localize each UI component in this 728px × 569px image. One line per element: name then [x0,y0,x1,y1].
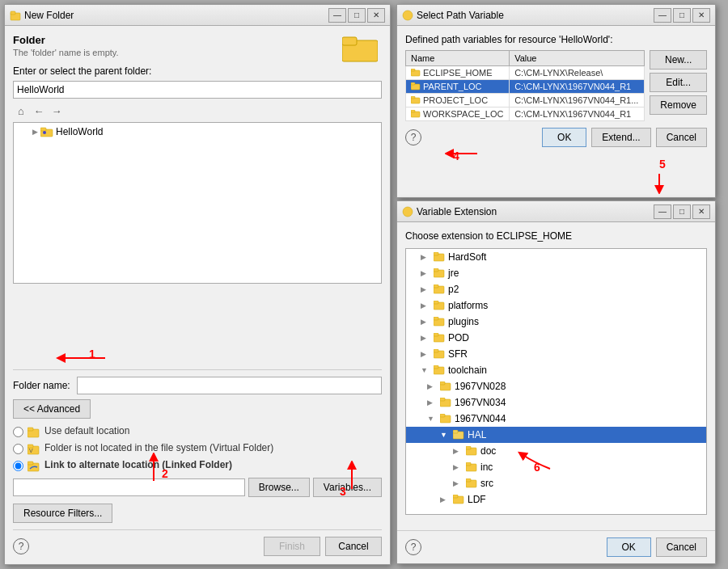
tree-item-ldf[interactable]: ▶ LDF [406,491,706,508]
tree-item-doc[interactable]: ▶ doc [406,443,706,459]
table-row[interactable]: WORKSPACE_LOC C:\CM-LYNX\1967VN044_R1 [406,107,645,121]
svg-rect-22 [411,110,415,112]
var-ext-maximize-btn[interactable]: □ [673,204,691,219]
folder-icon-toolchain [434,365,445,375]
folder-icon-r2: V [28,444,40,455]
new-folder-help-icon[interactable]: ? [13,538,29,554]
tree-item-p2[interactable]: ▶ p2 [406,281,706,297]
table-row[interactable]: ECLIPSE_HOME C:\CM-LYNX\Release\ [406,66,645,80]
table-header-value: Value [510,51,645,66]
back-btn[interactable]: ← [31,103,47,119]
radio-linked-label: Link to alternate location (Linked Folde… [44,459,232,470]
svg-rect-29 [434,284,438,288]
select-path-maximize-btn[interactable]: □ [673,8,691,23]
svg-rect-41 [440,381,445,385]
select-path-header: Defined path variables for resource 'Hel… [405,34,707,45]
tree-expand-helloworld[interactable]: ▶ [32,128,38,136]
radio-virtual-folder: V Folder is not located in the file syst… [13,442,382,456]
svg-rect-31 [434,301,438,304]
browse-btn[interactable]: Browse... [248,478,310,497]
svg-rect-20 [411,96,415,99]
finish-btn[interactable]: Finish [264,537,320,556]
tree-label-hal: HAL [468,429,486,440]
svg-rect-25 [434,252,438,255]
folder-icon-src [466,478,477,488]
radio-linked-folder: Link to alternate location (Linked Folde… [13,459,382,473]
tree-label-p2: p2 [448,284,459,295]
tree-item-pod[interactable]: ▶ POD [406,330,706,346]
svg-rect-5 [40,128,46,131]
tree-label-ldf: LDF [468,494,486,505]
tree-item-helloworld-label: HelloWorld [56,126,103,137]
radio-virtual-location-input[interactable] [13,444,23,454]
var-ext-minimize-btn[interactable]: — [654,204,671,219]
table-cell-name: WORKSPACE_LOC [406,107,510,121]
folder-icon-platforms [434,301,445,310]
folder-icon-hardsoft [434,252,445,262]
parent-folder-input[interactable] [13,81,382,99]
folder-icon-jre [434,268,445,278]
var-ext-help-icon[interactable]: ? [405,539,421,555]
tree-item-jre[interactable]: ▶ jre [406,265,706,281]
radio-linked-location-input[interactable] [13,461,23,471]
radio-virtual-label: Folder is not located in the file system… [44,442,273,453]
extend-btn[interactable]: Extend... [591,128,650,147]
table-cell-name: PARENT_LOC [406,80,510,94]
remove-variable-btn[interactable]: Remove [650,95,707,115]
select-path-close-btn[interactable]: ✕ [692,8,710,23]
location-input[interactable] [13,478,245,496]
folder-icon-hal [453,430,464,440]
select-path-cancel-btn[interactable]: Cancel [656,128,707,147]
tree-item-1967vn028[interactable]: ▶ 1967VN028 [406,378,706,394]
radio-default-location-input[interactable] [13,427,23,437]
tree-item-hal[interactable]: ▼ HAL [406,427,706,443]
folder-icon-large [342,34,378,65]
new-variable-btn[interactable]: New... [650,50,707,70]
new-folder-title: New Folder [24,10,74,21]
tree-item-hardsoft[interactable]: ▶ HardSoft [406,249,706,265]
variable-extension-titlebar: Variable Extension — □ ✕ [397,201,715,222]
table-row[interactable]: PARENT_LOC C:\CM-LYNX\1967VN044_R1 [406,80,645,94]
svg-rect-16 [411,69,415,71]
tree-item-sfr[interactable]: ▶ SFR [406,346,706,362]
var-ext-close-btn[interactable]: ✕ [692,204,710,219]
var-ext-ok-btn[interactable]: OK [607,537,651,557]
folder-name-input[interactable] [77,377,382,394]
select-path-window: Select Path Variable — □ ✕ Defined path … [396,4,716,198]
tree-item-1967vn034[interactable]: ▶ 1967VN034 [406,394,706,411]
table-row[interactable]: PROJECT_LOC C:\CM-LYNX\1967VN044_R1... [406,94,645,107]
tree-label-plugins: plugins [448,316,479,327]
variables-btn[interactable]: Variables... [313,478,382,497]
var-ext-cancel-btn[interactable]: Cancel [656,537,707,557]
new-folder-minimize-btn[interactable]: — [328,8,346,23]
new-folder-close-btn[interactable]: ✕ [367,8,385,23]
advanced-btn[interactable]: << Advanced [13,399,91,419]
resource-filters-btn[interactable]: Resource Filters... [13,504,112,523]
home-btn[interactable]: ⌂ [13,103,29,119]
tree-item-1967vn044[interactable]: ▼ 1967VN044 [406,411,706,427]
tree-item-src[interactable]: ▶ src [406,475,706,491]
radio-default-label: Use default location [44,425,129,436]
tree-item-inc[interactable]: ▶ inc [406,459,706,475]
select-path-help-icon[interactable]: ? [405,129,421,145]
tree-label-pod: POD [448,332,469,344]
svg-point-23 [403,207,413,217]
row-folder-icon [411,96,421,104]
forward-btn[interactable]: → [49,103,65,119]
folder-icon-p2 [434,284,445,294]
variable-extension-title: Variable Extension [417,206,497,217]
tree-item-platforms[interactable]: ▶ platforms [406,297,706,314]
new-folder-cancel-btn[interactable]: Cancel [325,537,382,556]
tree-item-helloworld[interactable]: ▶ HelloWorld [16,125,379,138]
expand-jre: ▶ [421,269,432,277]
folder-icon-sfr [434,349,445,359]
edit-variable-btn[interactable]: Edit... [650,73,707,92]
new-folder-window-icon [10,10,21,21]
tree-item-plugins[interactable]: ▶ plugins [406,314,706,330]
svg-rect-37 [434,349,438,352]
new-folder-maximize-btn[interactable]: □ [348,8,366,23]
tree-label-src: src [480,478,493,489]
select-path-ok-btn[interactable]: OK [542,128,586,147]
select-path-minimize-btn[interactable]: — [654,8,671,23]
tree-item-toolchain[interactable]: ▼ toolchain [406,362,706,378]
